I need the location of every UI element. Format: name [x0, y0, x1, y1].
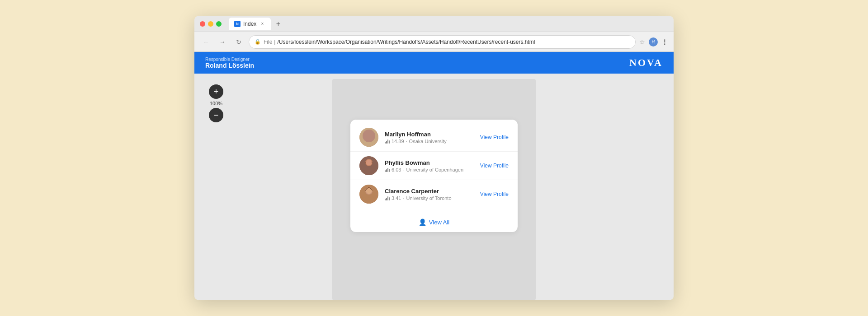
user-university: University of Toronto: [406, 195, 451, 201]
canvas-background: Marilyn Hoffman 14.89: [332, 79, 536, 300]
zoom-in-button[interactable]: +: [209, 84, 223, 99]
users-icon: 👤: [419, 218, 426, 226]
user-name: Clarence Carpenter: [385, 188, 474, 195]
avatar: [359, 128, 378, 147]
address-bar: ← → ↻ 🔒 File | /Users/loesslein/Workspac…: [194, 32, 674, 52]
list-item: Marilyn Hoffman 14.89: [350, 123, 518, 151]
canvas-area: Marilyn Hoffman 14.89: [194, 74, 674, 300]
view-profile-button[interactable]: View Profile: [480, 134, 509, 140]
user-score: 3.41: [392, 195, 401, 201]
user-meta: 3.41 · University of Toronto: [385, 195, 474, 201]
user-name: Phyllis Bowman: [385, 159, 474, 166]
app-header: Responsible Designer Roland Lösslein NOV…: [194, 52, 674, 74]
list-item: Clarence Carpenter 3.41: [350, 180, 518, 208]
tab-bar: N Index × +: [229, 18, 668, 30]
user-meta: 14.89 · Osaka University: [385, 139, 474, 144]
stats-icon: [385, 196, 390, 200]
maximize-button[interactable]: [216, 21, 222, 27]
url-path: /Users/loesslein/Workspace/Organisation/…: [277, 39, 535, 45]
avatar: [359, 185, 378, 204]
user-meta: 6.03 · University of Copenhagen: [385, 167, 474, 172]
url-file-label: File: [264, 39, 272, 45]
url-separator: |: [274, 39, 275, 45]
stats-icon: [385, 139, 390, 144]
zoom-level: 100%: [210, 101, 222, 106]
tab-favicon-icon: N: [234, 21, 241, 27]
close-button[interactable]: [200, 21, 205, 27]
user-list: Marilyn Hoffman 14.89: [350, 120, 518, 212]
view-profile-button[interactable]: View Profile: [480, 191, 509, 197]
user-score: 6.03: [392, 167, 401, 172]
header-designer-name: Roland Lösslein: [205, 62, 254, 69]
svg-point-1: [365, 131, 373, 140]
user-name: Marilyn Hoffman: [385, 131, 474, 138]
title-bar: N Index × +: [194, 16, 674, 32]
security-icon: 🔒: [255, 39, 261, 45]
recent-users-card: Marilyn Hoffman 14.89: [350, 120, 518, 232]
main-area: + 100% −: [194, 74, 674, 300]
view-all-label: View All: [429, 219, 449, 226]
user-score: 14.89: [392, 139, 404, 144]
back-button[interactable]: ←: [200, 36, 212, 48]
view-profile-button[interactable]: View Profile: [480, 163, 509, 169]
minimize-button[interactable]: [208, 21, 213, 27]
profile-avatar[interactable]: R: [649, 37, 658, 46]
nova-logo: NOVA: [629, 57, 663, 69]
browser-window: N Index × + ← → ↻ 🔒 File | /Users/loessl…: [194, 16, 674, 300]
active-tab[interactable]: N Index ×: [229, 18, 271, 30]
menu-icon[interactable]: ⋮: [661, 38, 668, 46]
user-university: Osaka University: [409, 139, 447, 144]
new-tab-button[interactable]: +: [273, 19, 283, 29]
user-info: Marilyn Hoffman 14.89: [385, 131, 474, 144]
avatar: [359, 156, 378, 175]
user-university: University of Copenhagen: [406, 167, 463, 172]
zoom-controls: + 100% −: [209, 84, 223, 122]
header-left: Responsible Designer Roland Lösslein: [205, 57, 254, 69]
user-info: Phyllis Bowman 6.03: [385, 159, 474, 172]
stats-icon: [385, 167, 390, 172]
svg-point-12: [366, 188, 372, 194]
address-field[interactable]: 🔒 File | /Users/loesslein/Workspace/Orga…: [249, 35, 636, 49]
view-all-button[interactable]: 👤 View All: [350, 212, 518, 232]
header-subtitle: Responsible Designer: [205, 57, 254, 62]
reload-button[interactable]: ↻: [232, 36, 245, 48]
tab-close-icon[interactable]: ×: [259, 21, 265, 27]
traffic-lights: [200, 21, 222, 27]
forward-button[interactable]: →: [216, 36, 229, 48]
list-item: Phyllis Bowman 6.03: [350, 151, 518, 180]
user-info: Clarence Carpenter 3.41: [385, 188, 474, 201]
svg-point-8: [366, 160, 372, 166]
bookmark-icon[interactable]: ☆: [639, 38, 645, 46]
page-content: Responsible Designer Roland Lösslein NOV…: [194, 52, 674, 300]
svg-point-2: [366, 131, 372, 138]
svg-point-4: [366, 132, 372, 137]
zoom-out-button[interactable]: −: [209, 108, 223, 122]
tab-title: Index: [243, 21, 256, 27]
